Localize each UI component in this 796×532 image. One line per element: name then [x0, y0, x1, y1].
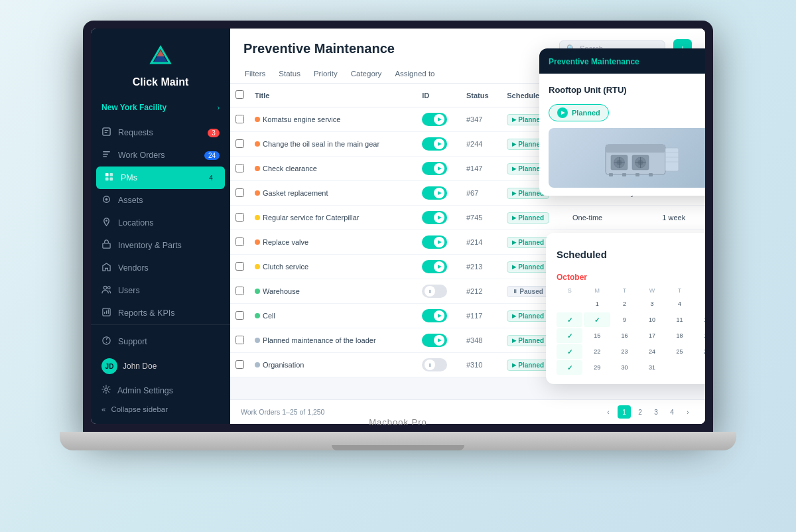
row-id-2: #147	[461, 157, 501, 181]
user-row: JD John Doe	[91, 353, 230, 379]
row-id-6: #213	[461, 255, 501, 279]
support-label: Support	[118, 337, 147, 346]
row-checkbox-6[interactable]	[235, 262, 244, 271]
inventory-icon	[101, 239, 111, 251]
toggle-2[interactable]: ▶	[422, 162, 447, 175]
cal-cell: 12	[694, 312, 705, 327]
sidebar-item-locations[interactable]: Locations	[91, 212, 230, 234]
toggle-knob-8: ▶	[434, 310, 444, 321]
row-id-3: #67	[461, 181, 501, 206]
cal-header: October 2023	[557, 273, 705, 282]
sidebar-item-support[interactable]: Support	[91, 330, 230, 353]
sidebar-item-assets[interactable]: Assets	[91, 189, 230, 212]
toggle-1[interactable]: ▶	[422, 137, 447, 151]
work-orders-badge: 24	[204, 151, 220, 160]
toggle-knob-4: ▶	[434, 212, 444, 223]
planned-badge-label: Planned	[572, 109, 600, 117]
cal-cell: 30	[612, 360, 637, 375]
svg-point-11	[105, 198, 108, 201]
row-checkbox-10[interactable]	[235, 360, 244, 369]
sidebar-item-label-inventory: Inventory & Parts	[118, 241, 182, 250]
page-1-btn[interactable]: 1	[618, 405, 631, 419]
vendors-icon	[101, 262, 111, 274]
toggle-7[interactable]: ⏸	[422, 285, 447, 298]
cal-cell: ✓	[557, 312, 582, 327]
row-checkbox-3[interactable]	[235, 188, 244, 197]
cal-day-header: M	[584, 286, 610, 295]
pagination: ‹ 1 2 3 4 ›	[602, 405, 695, 419]
row-checkbox-2[interactable]	[235, 164, 244, 172]
toggle-3[interactable]: ▶	[422, 186, 447, 200]
avatar: JD	[101, 358, 117, 374]
page-3-btn[interactable]: 3	[649, 405, 663, 419]
sidebar-item-requests[interactable]: Requests 3	[91, 121, 230, 144]
sidebar-item-work-orders[interactable]: Work Orders 24	[91, 144, 230, 166]
cal-cell: 5	[694, 297, 705, 311]
assets-icon	[101, 194, 111, 206]
toggle-4[interactable]: ▶	[422, 211, 447, 224]
row-title-7: Warehouse	[249, 279, 417, 304]
sidebar-item-admin-settings[interactable]: Admin Settings	[91, 379, 230, 401]
toggle-10[interactable]: ⏸	[422, 358, 447, 371]
cal-check: ✓	[567, 348, 572, 356]
rtu-label: Rooftop Unit (RTU)	[549, 85, 627, 95]
facility-chevron-icon: ›	[218, 104, 220, 111]
facility-row[interactable]: New York Facility ›	[91, 99, 230, 116]
priority-dot-5	[255, 239, 260, 245]
cal-cell: 4	[667, 297, 693, 311]
cal-day-header: S	[557, 286, 582, 295]
select-all-checkbox[interactable]	[235, 90, 244, 99]
toggle-8[interactable]: ▶	[422, 309, 447, 322]
row-title-6: Clutch service	[249, 255, 417, 279]
page-next-btn[interactable]: ›	[681, 405, 695, 419]
collapse-sidebar-button[interactable]: « Collapse sidebar	[91, 401, 230, 417]
toggle-5[interactable]: ▶	[422, 235, 447, 249]
filter-tab-assigned-to[interactable]: Assigned to	[393, 66, 436, 83]
toggle-0[interactable]: ▶	[422, 113, 447, 126]
cal-day-header: T	[612, 286, 637, 295]
sidebar-item-pms[interactable]: PMs 4	[96, 166, 225, 189]
cal-cell: 29	[584, 360, 610, 375]
page-2-btn[interactable]: 2	[633, 405, 647, 419]
svg-point-12	[105, 220, 107, 222]
row-checkbox-1[interactable]	[235, 139, 244, 148]
filter-tab-category[interactable]: Category	[350, 66, 383, 83]
row-id-0: #347	[461, 107, 501, 132]
page-4-btn[interactable]: 4	[665, 405, 679, 419]
pm-card-body: Rooftop Unit (RTU) ▶ ▶ Planned	[539, 74, 705, 196]
sidebar-item-label-reports: Reports & KPIs	[118, 308, 174, 318]
filter-tab-priority[interactable]: Priority	[312, 66, 339, 83]
sched-header: Scheduled 🕐	[557, 242, 705, 266]
sidebar-item-vendors[interactable]: Vendors	[91, 257, 230, 279]
sidebar-item-inventory-parts[interactable]: Inventory & Parts	[91, 234, 230, 257]
page-prev-btn[interactable]: ‹	[602, 405, 615, 419]
row-id-5: #214	[461, 230, 501, 255]
sidebar-item-users[interactable]: Users	[91, 279, 230, 302]
row-checkbox-8[interactable]	[235, 311, 244, 320]
sidebar-item-reports[interactable]: Reports & KPIs	[91, 302, 230, 324]
sidebar-item-label-assets: Assets	[118, 196, 143, 205]
filter-tab-status[interactable]: Status	[277, 66, 302, 83]
cal-cell: 11	[667, 312, 693, 327]
cal-cell: 9	[612, 312, 637, 327]
user-name: John Doe	[123, 362, 157, 371]
cal-check: ✓	[594, 316, 600, 324]
row-title-10: Organisation	[249, 353, 417, 377]
svg-rect-7	[109, 173, 113, 176]
cal-cell	[694, 360, 705, 375]
scheduled-card: Scheduled 🕐 October 2023 SMTWTFS123456✓✓…	[546, 233, 705, 384]
row-checkbox-7[interactable]	[235, 287, 244, 295]
row-checkbox-4[interactable]	[235, 213, 244, 222]
toggle-9[interactable]: ▶	[422, 334, 447, 347]
row-checkbox-0[interactable]	[235, 115, 244, 123]
cal-check: ✓	[567, 332, 572, 340]
filter-tab-filters[interactable]: Filters	[243, 66, 267, 83]
toggle-6[interactable]: ▶	[422, 260, 447, 273]
locations-icon	[101, 217, 111, 229]
priority-dot-9	[255, 338, 260, 343]
row-checkbox-9[interactable]	[235, 336, 244, 344]
row-title-8: Cell	[249, 304, 417, 328]
row-checkbox-5[interactable]	[235, 237, 244, 246]
priority-dot-10	[255, 362, 260, 367]
cal-check: ✓	[567, 364, 572, 371]
